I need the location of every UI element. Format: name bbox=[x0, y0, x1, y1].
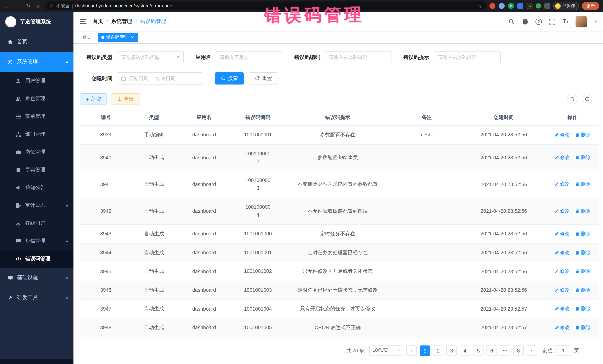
search-button[interactable]: 搜索 bbox=[215, 72, 244, 85]
browser-window: ← → ↻ ⌂ ⚠ 不安全 dashboard.yudao.iocoder.cn… bbox=[0, 0, 603, 364]
sidebar-item-sms-management[interactable]: 短信管理∨ bbox=[0, 232, 73, 250]
edit-link[interactable]: 修改 bbox=[554, 268, 569, 275]
reset-button[interactable]: 重置 bbox=[249, 72, 278, 85]
error-type-select[interactable]: 请选择错误码类型 bbox=[117, 51, 184, 63]
breadcrumb-item[interactable]: 首页 bbox=[93, 18, 103, 25]
dropdown-caret-icon[interactable] bbox=[594, 21, 597, 22]
sidebar-item-dict-management[interactable]: 字典管理 bbox=[0, 161, 73, 179]
address-bar[interactable]: ⚠ 不安全 dashboard.yudao.iocoder.cn/system/… bbox=[45, 1, 486, 10]
page-button-4[interactable]: 4 bbox=[460, 345, 470, 356]
sidebar-collapse-bar[interactable] bbox=[0, 359, 73, 364]
sidebar-item-home[interactable]: 首页 bbox=[0, 32, 73, 52]
prev-page-button[interactable]: ‹ bbox=[406, 345, 417, 356]
edit-link[interactable]: 修改 bbox=[554, 249, 569, 256]
sidebar-item-menu-management[interactable]: 菜单管理 bbox=[0, 108, 73, 125]
page-button-6[interactable]: 6 bbox=[487, 345, 497, 356]
browser-home-icon[interactable]: ⌂ bbox=[35, 3, 42, 9]
extension-icon-7[interactable] bbox=[544, 3, 550, 9]
sidebar-item-dev-tools[interactable]: 研发工具∨ bbox=[0, 288, 73, 308]
extension-icon-2[interactable] bbox=[499, 3, 504, 9]
delete-link[interactable]: 删除 bbox=[575, 306, 591, 312]
cell-app: dashboard bbox=[176, 318, 232, 337]
page-button-5[interactable]: 5 bbox=[473, 345, 484, 356]
bookmark-star-icon[interactable]: ☆ bbox=[477, 3, 482, 9]
back-icon[interactable]: ← bbox=[4, 3, 11, 9]
edit-link[interactable]: 修改 bbox=[554, 231, 569, 237]
fullscreen-icon[interactable] bbox=[549, 18, 556, 25]
edit-link[interactable]: 修改 bbox=[554, 324, 569, 331]
search-icon[interactable] bbox=[508, 18, 515, 25]
delete-link[interactable]: 删除 bbox=[575, 181, 591, 188]
extension-icon-6[interactable] bbox=[536, 3, 541, 9]
export-button[interactable]: 导出 bbox=[111, 93, 139, 105]
edit-link[interactable]: 修改 bbox=[554, 306, 569, 312]
sidebar-item-role-management[interactable]: 角色管理 bbox=[0, 90, 73, 108]
sidebar-item-label: 系统管理 bbox=[17, 59, 38, 65]
reload-icon[interactable]: ↻ bbox=[24, 3, 32, 9]
edit-link[interactable]: 修改 bbox=[554, 181, 569, 188]
sidebar-item-post-management[interactable]: 岗位管理 bbox=[0, 143, 73, 161]
page-size-select[interactable]: 10条/页 bbox=[369, 345, 403, 356]
edit-link[interactable]: 修改 bbox=[554, 208, 569, 214]
extension-icon-5[interactable] bbox=[526, 3, 532, 9]
delete-link[interactable]: 删除 bbox=[575, 154, 591, 161]
error-hint-input[interactable] bbox=[434, 51, 500, 63]
goto-page-input[interactable] bbox=[556, 345, 571, 356]
font-size-icon[interactable] bbox=[563, 18, 568, 25]
page-button-3[interactable]: 3 bbox=[446, 345, 457, 356]
app-logo[interactable]: 芋道管理系统 bbox=[0, 12, 73, 32]
cell-hint: 参数配置不存在 bbox=[284, 125, 392, 144]
github-icon[interactable] bbox=[522, 18, 528, 25]
delete-link[interactable]: 删除 bbox=[575, 287, 591, 293]
sidebar-item-dept-management[interactable]: 部门管理 bbox=[0, 125, 73, 143]
extension-icon-4[interactable] bbox=[517, 3, 523, 9]
page-button-2[interactable]: 2 bbox=[433, 345, 443, 356]
hamburger-icon[interactable] bbox=[79, 18, 87, 25]
breadcrumb-item[interactable]: 系统管理 bbox=[111, 18, 132, 25]
edit-link[interactable]: 修改 bbox=[554, 154, 569, 161]
extension-icon-1[interactable] bbox=[489, 3, 495, 9]
update-button[interactable]: 更新 bbox=[582, 2, 599, 10]
close-icon[interactable]: × bbox=[131, 35, 134, 40]
edit-link[interactable]: 修改 bbox=[554, 287, 569, 293]
tab-home[interactable]: 首页 bbox=[79, 33, 95, 42]
paused-badge[interactable]: 已暂停 bbox=[553, 2, 579, 10]
next-page-button[interactable]: › bbox=[527, 345, 537, 356]
breadcrumb-item[interactable]: 错误码管理 bbox=[140, 18, 166, 25]
app-name-input[interactable] bbox=[216, 51, 282, 63]
sidebar-item-error-code-management[interactable]: 错误码管理 bbox=[0, 250, 73, 268]
toggle-search-icon[interactable] bbox=[567, 94, 577, 104]
delete-link[interactable]: 删除 bbox=[575, 268, 591, 275]
user-avatar[interactable] bbox=[576, 16, 587, 27]
delete-link[interactable]: 删除 bbox=[575, 231, 591, 237]
sidebar-item-notice[interactable]: 通知公告 bbox=[0, 179, 73, 197]
add-button[interactable]: + 新增 bbox=[80, 93, 107, 105]
sidebar-item-infrastructure[interactable]: 基础设施∨ bbox=[0, 268, 73, 288]
cell-id: 3939 bbox=[80, 125, 132, 144]
extension-icon-3[interactable]: V bbox=[508, 3, 514, 9]
sidebar-item-user-management[interactable]: 用户管理 bbox=[0, 72, 73, 90]
delete-link[interactable]: 删除 bbox=[575, 249, 591, 256]
sidebar-item-system-management[interactable]: 系统管理∧ bbox=[0, 52, 73, 72]
url-text[interactable]: dashboard.yudao.iocoder.cn/system/error-… bbox=[75, 3, 475, 9]
cell-remark bbox=[392, 299, 462, 318]
cell-remark bbox=[392, 224, 462, 243]
delete-link[interactable]: 删除 bbox=[575, 324, 591, 331]
edit-link[interactable]: 修改 bbox=[554, 132, 569, 138]
cell-remark bbox=[392, 171, 462, 198]
delete-link[interactable]: 删除 bbox=[575, 132, 591, 138]
cell-type: 自动生成 bbox=[132, 144, 176, 171]
tab-error-code-management[interactable]: 错误码管理× bbox=[98, 33, 138, 42]
date-range-picker[interactable]: 开始日期 - 结束日期 bbox=[117, 72, 203, 85]
error-code-input[interactable] bbox=[325, 51, 392, 63]
sidebar-item-audit-log[interactable]: 审计日志∨ bbox=[0, 197, 73, 214]
security-label[interactable]: 不安全 bbox=[56, 3, 70, 9]
delete-link[interactable]: 删除 bbox=[575, 208, 591, 214]
page-button-1[interactable]: 1 bbox=[420, 345, 430, 356]
refresh-icon[interactable] bbox=[582, 94, 592, 104]
forward-icon[interactable]: → bbox=[14, 3, 22, 9]
page-button-8[interactable]: 8 bbox=[513, 345, 524, 356]
sidebar-item-online-users[interactable]: 在线用户 bbox=[0, 214, 73, 232]
page-ellipsis[interactable]: ••• bbox=[500, 345, 510, 356]
help-icon[interactable]: ? bbox=[535, 18, 542, 25]
